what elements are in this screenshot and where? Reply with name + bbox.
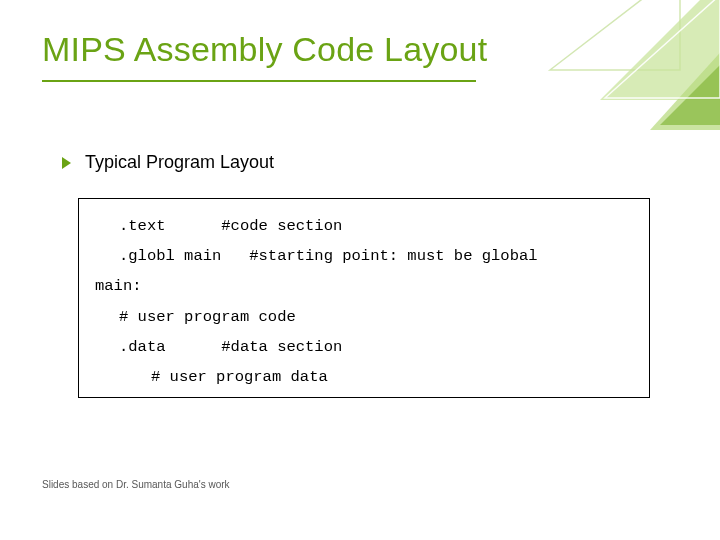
code-line: .data #data section <box>119 332 633 362</box>
slide-title: MIPS Assembly Code Layout <box>42 30 487 69</box>
code-line: main: <box>95 271 633 301</box>
svg-marker-2 <box>650 0 720 130</box>
footer-credit: Slides based on Dr. Sumanta Guha's work <box>42 479 230 490</box>
svg-marker-3 <box>660 15 720 125</box>
svg-marker-0 <box>550 0 680 70</box>
code-block: .text #code section .globl main #startin… <box>78 198 650 398</box>
arrow-right-icon <box>62 157 71 169</box>
code-line: .text #code section <box>119 211 633 241</box>
svg-marker-1 <box>600 0 720 100</box>
code-line: .globl main #starting point: must be glo… <box>119 241 633 271</box>
decor-triangles <box>510 0 720 220</box>
bullet-item: Typical Program Layout <box>62 152 274 173</box>
code-line: # user program data <box>151 362 633 392</box>
svg-marker-4 <box>605 0 720 98</box>
title-underline <box>42 80 476 82</box>
bullet-text: Typical Program Layout <box>85 152 274 173</box>
code-line: # user program code <box>119 302 633 332</box>
